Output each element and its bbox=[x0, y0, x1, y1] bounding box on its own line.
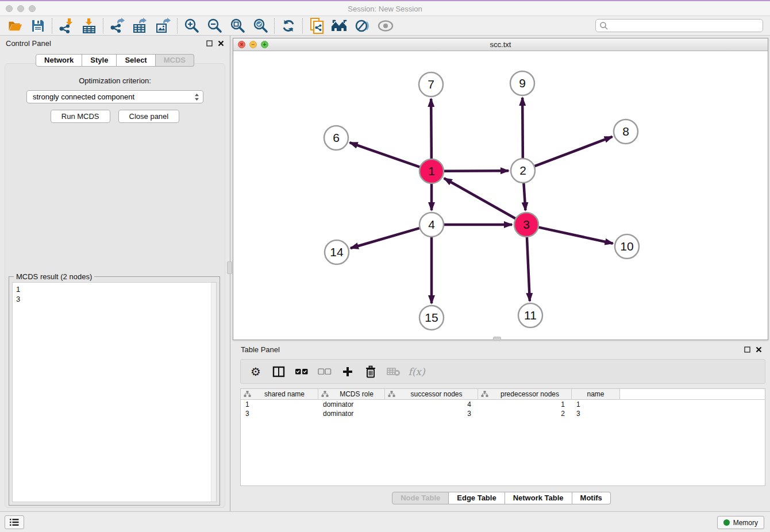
import-table-icon[interactable] bbox=[78, 17, 101, 34]
toggle-panel-icon[interactable] bbox=[268, 361, 289, 382]
delete-column-icon[interactable] bbox=[360, 361, 381, 382]
mcds-result-line: 1 bbox=[16, 284, 213, 294]
export-network-icon[interactable] bbox=[106, 17, 129, 34]
refresh-icon[interactable] bbox=[277, 17, 300, 34]
show-all-icon[interactable] bbox=[374, 17, 397, 34]
column-header-name[interactable]: name bbox=[572, 389, 620, 399]
network-canvas[interactable]: 7968124314101511 bbox=[233, 51, 768, 340]
node-label-14: 14 bbox=[330, 245, 344, 259]
node-label-7: 7 bbox=[428, 78, 434, 91]
table-cell[interactable]: dominator bbox=[318, 409, 385, 418]
edge-3-11[interactable] bbox=[527, 237, 530, 301]
edge-2-8[interactable] bbox=[535, 137, 613, 166]
open-session-icon[interactable] bbox=[3, 17, 26, 34]
tab-mcds[interactable]: MCDS bbox=[156, 54, 194, 67]
edge-1-6[interactable] bbox=[350, 142, 420, 167]
close-table-panel-icon[interactable] bbox=[756, 346, 762, 353]
hide-selected-icon[interactable] bbox=[351, 17, 374, 34]
deselect-all-columns-icon[interactable] bbox=[314, 361, 335, 382]
table-row[interactable]: 1dominator411 bbox=[241, 400, 765, 409]
mcds-result-line: 3 bbox=[16, 294, 213, 304]
table-cell[interactable]: 3 bbox=[572, 409, 620, 418]
table-cell[interactable]: 4 bbox=[385, 400, 478, 409]
column-header-MCDS-role[interactable]: MCDS role bbox=[318, 389, 385, 399]
column-header-shared-name[interactable]: shared name bbox=[241, 389, 318, 399]
edge-2-3[interactable] bbox=[523, 183, 525, 210]
column-settings-icon[interactable]: ⚙ bbox=[245, 361, 266, 382]
import-network-icon[interactable] bbox=[55, 17, 78, 34]
table-tabs: Node TableEdge TableNetwork TableMotifs bbox=[233, 492, 770, 504]
table-cell[interactable]: 3 bbox=[385, 409, 478, 418]
control-panel-title: Control Panel bbox=[6, 39, 206, 48]
optimization-criterion-label: Optimization criterion: bbox=[5, 76, 225, 85]
first-neighbors-icon[interactable] bbox=[328, 17, 351, 34]
float-table-panel-icon[interactable] bbox=[744, 346, 750, 353]
network-window-titlebar[interactable]: × − + scc.txt bbox=[233, 38, 768, 51]
control-panel-tabs: NetworkStyleSelectMCDS bbox=[0, 54, 230, 67]
run-mcds-button[interactable]: Run MCDS bbox=[51, 110, 110, 123]
node-table[interactable]: shared nameMCDS rolesuccessor nodesprede… bbox=[240, 388, 765, 486]
zoom-out-icon[interactable] bbox=[203, 17, 226, 34]
table-cell[interactable]: 2 bbox=[478, 409, 572, 418]
search-input[interactable] bbox=[609, 22, 763, 30]
delete-table-icon[interactable] bbox=[383, 361, 404, 382]
table-cell[interactable]: dominator bbox=[318, 400, 385, 409]
mcds-result-textarea[interactable]: 13 bbox=[12, 282, 217, 502]
edge-1-2[interactable] bbox=[444, 171, 509, 171]
edge-3-1[interactable] bbox=[444, 178, 515, 218]
table-cell[interactable]: 1 bbox=[572, 400, 620, 409]
function-builder-icon[interactable]: f(x) bbox=[406, 361, 427, 382]
horizontal-splitter-handle[interactable] bbox=[493, 337, 501, 341]
zoom-in-icon[interactable] bbox=[180, 17, 203, 34]
save-session-icon[interactable] bbox=[26, 17, 49, 34]
memory-status-icon bbox=[723, 519, 730, 526]
zoom-selected-icon[interactable] bbox=[249, 17, 272, 34]
close-panel-button[interactable]: Close panel bbox=[118, 110, 180, 123]
table-tab-edge-table[interactable]: Edge Table bbox=[449, 492, 505, 504]
list-icon bbox=[9, 518, 20, 527]
table-cell[interactable]: 3 bbox=[241, 409, 318, 418]
close-panel-icon[interactable] bbox=[218, 40, 224, 47]
window-title: Session: New Session bbox=[0, 5, 770, 13]
zoom-fit-icon[interactable] bbox=[226, 17, 249, 34]
column-header-predecessor-nodes[interactable]: predecessor nodes bbox=[478, 389, 572, 399]
table-tab-node-table[interactable]: Node Table bbox=[392, 492, 449, 504]
node-label-4: 4 bbox=[428, 218, 435, 231]
export-image-icon[interactable] bbox=[152, 17, 175, 34]
edge-2-9[interactable] bbox=[522, 98, 523, 158]
table-row[interactable]: 3dominator323 bbox=[241, 409, 765, 418]
node-label-11: 11 bbox=[524, 309, 537, 322]
vertical-splitter-handle[interactable] bbox=[227, 261, 232, 274]
edge-3-10[interactable] bbox=[538, 228, 613, 244]
table-cell[interactable]: 1 bbox=[241, 400, 318, 409]
task-history-button[interactable] bbox=[5, 515, 24, 529]
node-label-1: 1 bbox=[428, 164, 435, 178]
table-tab-motifs[interactable]: Motifs bbox=[572, 492, 611, 504]
tab-select[interactable]: Select bbox=[117, 54, 155, 67]
table-panel: Table Panel ⚙ bbox=[233, 342, 770, 510]
select-all-columns-icon[interactable] bbox=[291, 361, 312, 382]
duplicate-network-icon[interactable] bbox=[305, 17, 328, 34]
memory-button[interactable]: Memory bbox=[717, 516, 764, 529]
network-view-window: × − + scc.txt 7968124314101511 bbox=[233, 38, 768, 340]
search-box[interactable] bbox=[595, 19, 763, 32]
toolbar-separator bbox=[177, 18, 178, 33]
tab-style[interactable]: Style bbox=[82, 54, 117, 67]
optimization-criterion-select[interactable]: strongly connected component bbox=[26, 90, 203, 103]
table-tab-network-table[interactable]: Network Table bbox=[505, 492, 572, 504]
table-cell[interactable]: 1 bbox=[478, 400, 572, 409]
edge-1-7[interactable] bbox=[431, 99, 432, 159]
search-icon bbox=[599, 21, 609, 30]
node-label-2: 2 bbox=[519, 164, 526, 177]
edge-4-14[interactable] bbox=[351, 228, 419, 248]
result-scrollbar[interactable] bbox=[211, 283, 216, 502]
tab-network[interactable]: Network bbox=[36, 54, 82, 67]
add-column-icon[interactable] bbox=[337, 361, 358, 382]
export-table-icon[interactable] bbox=[129, 17, 152, 34]
float-panel-icon[interactable] bbox=[206, 40, 213, 47]
column-header-successor-nodes[interactable]: successor nodes bbox=[385, 389, 478, 399]
mcds-result-group: MCDS result (2 nodes) 13 bbox=[9, 276, 220, 506]
node-label-15: 15 bbox=[425, 311, 438, 324]
memory-label: Memory bbox=[733, 519, 758, 527]
node-label-8: 8 bbox=[622, 125, 629, 138]
